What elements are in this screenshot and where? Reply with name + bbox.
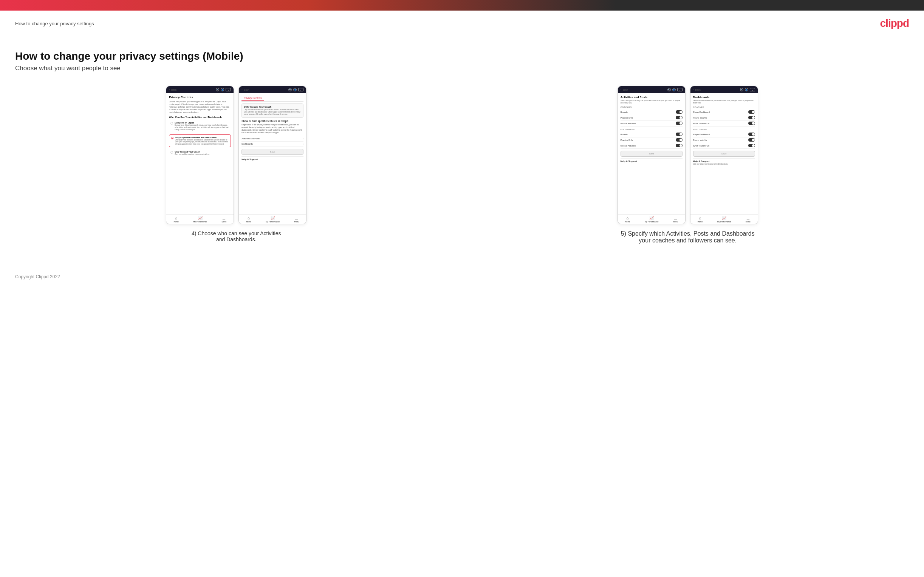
footer-performance-3[interactable]: 📈 My Performance: [645, 216, 659, 223]
menu-footer-icon-1: ☰: [222, 216, 226, 220]
round-insights-followers-toggle[interactable]: [748, 138, 755, 142]
main-content: How to change your privacy settings (Mob…: [0, 35, 924, 259]
activities-title-3: Activities and Posts: [620, 95, 683, 99]
toggle-manual-coaches[interactable]: Manual Activities: [620, 121, 683, 126]
coaches-section-3: COACHES Rounds Practice Drills Manual Ac…: [620, 106, 683, 126]
toggle-player-coaches[interactable]: Player Dashboard: [693, 110, 755, 115]
activities-desc-3: Select the types of activity that you'd …: [620, 100, 683, 104]
drills-coaches-toggle[interactable]: [676, 116, 683, 119]
toggle-rounds-followers[interactable]: Rounds: [620, 132, 683, 137]
work-on-coaches-label: What To Work On: [693, 122, 709, 125]
top-bar: [0, 0, 924, 11]
info-card-2: Only You and Your Coach Only you and the…: [241, 103, 304, 118]
footer-menu-4[interactable]: ☰ Menu: [746, 216, 751, 223]
radio-followers-coach[interactable]: Only Approved Followers and Your Coach O…: [169, 134, 231, 148]
footer-menu-3[interactable]: ☰ Menu: [673, 216, 678, 223]
footer-home-4[interactable]: ⌂ Home: [698, 216, 703, 223]
back-chevron-2: ‹: [241, 88, 242, 91]
footer-performance-4[interactable]: 📈 My Performance: [717, 216, 731, 223]
footer-home-2[interactable]: ⌂ Home: [246, 216, 251, 223]
search-icon-4: 🔍: [740, 88, 743, 91]
player-followers-toggle[interactable]: [748, 132, 755, 136]
toggle-work-on-followers[interactable]: What To Work On: [693, 143, 755, 149]
footer-home-3[interactable]: ⌂ Home: [625, 216, 630, 223]
phone-header-1: ‹ Back 🔍 👤 ⌄: [166, 86, 234, 93]
manual-coaches-toggle[interactable]: [676, 122, 683, 125]
round-insights-coaches-toggle[interactable]: [748, 116, 755, 119]
radio-desc-followers-coach: Only approved followers and coaches you …: [175, 139, 229, 146]
feature-activities[interactable]: Activities and Posts ›: [241, 136, 304, 142]
player-dashboard-followers-label: Player Dashboard: [693, 133, 710, 135]
home-label-3: Home: [625, 221, 630, 223]
search-icon-1: 🔍: [216, 88, 219, 91]
footer-menu-1[interactable]: ☰ Menu: [221, 216, 226, 223]
toggle-drills-followers[interactable]: Practice Drills: [620, 137, 683, 143]
save-button-4[interactable]: Save: [693, 151, 755, 157]
menu-icon-2: ⌄: [298, 88, 304, 91]
footer: Copyright Clippd 2022: [0, 259, 924, 287]
phone-screen-3: ‹ Back 🔍 👤 ⌄ Activities and Posts Select…: [617, 86, 685, 224]
info-card-text-2: Only you and the coaches you connect wit…: [244, 109, 301, 116]
phone-footer-3: ⌂ Home 📈 My Performance ☰ Menu: [618, 214, 685, 224]
save-button-3[interactable]: Save: [620, 151, 683, 157]
manual-followers-toggle[interactable]: [676, 144, 683, 147]
help-support-desc-4: Visit our Clippd community to troublesho…: [693, 163, 755, 165]
footer-performance-1[interactable]: 📈 My Performance: [193, 216, 207, 223]
phone-body-2: Privacy Controls Only You and Your Coach…: [239, 93, 306, 214]
phone-body-4: Dashboards Select the dashboards that yo…: [690, 93, 758, 214]
radio-circle-followers-coach: [171, 137, 173, 139]
back-label-4: Back: [695, 89, 700, 91]
footer-menu-2[interactable]: ☰ Menu: [294, 216, 299, 223]
caption-1: 4) Choose who can see your Activities an…: [191, 230, 281, 242]
manual-followers-label: Manual Activities: [620, 145, 636, 147]
radio-label-everyone: Everyone on Clippd: [174, 122, 229, 124]
rounds-coaches-toggle[interactable]: [676, 110, 683, 114]
toggle-drills-coaches[interactable]: Practice Drills: [620, 115, 683, 121]
dashboards-desc-4: Select the dashboards that you'd like to…: [693, 100, 755, 104]
phone-footer-1: ⌂ Home 📈 My Performance ☰ Menu: [166, 214, 234, 224]
privacy-controls-title-1: Privacy Controls: [169, 95, 231, 99]
caption-2: 5) Specify which Activities, Posts and D…: [616, 230, 759, 244]
drills-coaches-label: Practice Drills: [620, 117, 633, 119]
toggle-rounds-coaches[interactable]: Rounds: [620, 110, 683, 115]
toggle-manual-followers[interactable]: Manual Activities: [620, 143, 683, 149]
people-icon-3: 👤: [672, 88, 676, 91]
save-button-2[interactable]: Save: [241, 149, 304, 155]
toggle-player-followers[interactable]: Player Dashboard: [693, 132, 755, 137]
work-on-coaches-toggle[interactable]: [748, 122, 755, 125]
toggle-round-insights-followers[interactable]: Round Insights: [693, 137, 755, 143]
menu-label-2: Menu: [294, 221, 299, 223]
footer-home-1[interactable]: ⌂ Home: [173, 216, 178, 223]
phone-header-2: ‹ Back 🔍 👤 ⌄: [239, 86, 306, 93]
drills-followers-toggle[interactable]: [676, 138, 683, 142]
menu-footer-icon-3: ☰: [674, 216, 677, 220]
back-chevron-1: ‹: [169, 88, 170, 91]
feature-dashboards[interactable]: Dashboards ›: [241, 142, 304, 147]
performance-icon-4: 📈: [722, 216, 726, 220]
drills-followers-label: Practice Drills: [620, 139, 633, 141]
radio-everyone[interactable]: Everyone on Clippd Everyone on Clippd ca…: [169, 120, 231, 132]
performance-icon-3: 📈: [649, 216, 654, 220]
radio-desc-you-coach: Only you and the coaches you connect wit…: [174, 153, 209, 156]
back-label-1: Back: [171, 89, 176, 91]
footer-performance-2[interactable]: 📈 My Performance: [266, 216, 279, 223]
toggle-round-insights-coaches[interactable]: Round Insights: [693, 115, 755, 121]
phone-screen-4: ‹ Back 🔍 👤 ⌄ Dashboards Select the dashb…: [690, 86, 758, 224]
feature-dashboards-label: Dashboards: [241, 143, 253, 145]
player-coaches-toggle[interactable]: [748, 110, 755, 114]
performance-icon-2: 📈: [271, 216, 275, 220]
rounds-followers-toggle[interactable]: [676, 132, 683, 136]
work-on-followers-label: What To Work On: [693, 145, 709, 147]
screenshot-pair-1: ‹ Back 🔍 👤 ⌄ Privacy Controls Control ho…: [166, 86, 307, 224]
feature-activities-arrow: ›: [303, 137, 304, 140]
feature-dashboards-arrow: ›: [303, 143, 304, 145]
info-card-title-2: Only You and Your Coach: [244, 106, 301, 108]
tab-privacy-2[interactable]: Privacy Controls: [241, 95, 264, 101]
radio-you-coach[interactable]: Only You and Your Coach Only you and the…: [169, 149, 231, 157]
performance-label-1: My Performance: [193, 221, 207, 223]
privacy-section-title-1: Who Can See Your Activities and Dashboar…: [169, 116, 231, 119]
toggle-work-on-coaches[interactable]: What To Work On: [693, 121, 755, 126]
radio-label-you-coach: Only You and Your Coach: [174, 151, 209, 153]
followers-section-4: FOLLOWERS Player Dashboard Round Insight…: [693, 128, 755, 149]
work-on-followers-toggle[interactable]: [748, 144, 755, 147]
